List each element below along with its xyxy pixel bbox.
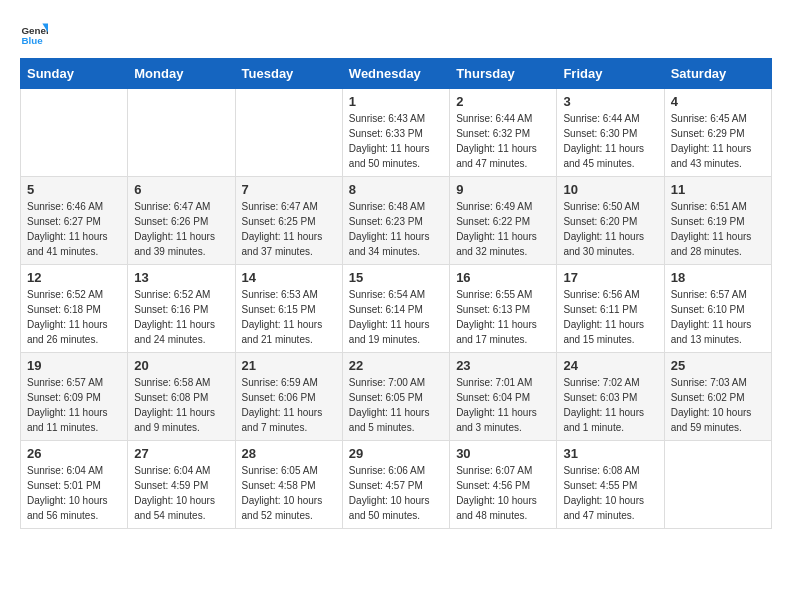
day-number: 8 [349,182,443,197]
day-number: 14 [242,270,336,285]
calendar-cell: 22Sunrise: 7:00 AM Sunset: 6:05 PM Dayli… [342,353,449,441]
calendar-cell: 5Sunrise: 6:46 AM Sunset: 6:27 PM Daylig… [21,177,128,265]
page-header: General Blue [20,20,772,48]
calendar-cell: 25Sunrise: 7:03 AM Sunset: 6:02 PM Dayli… [664,353,771,441]
weekday-monday: Monday [128,59,235,89]
day-number: 30 [456,446,550,461]
day-number: 13 [134,270,228,285]
day-number: 20 [134,358,228,373]
day-number: 7 [242,182,336,197]
day-number: 23 [456,358,550,373]
day-info: Sunrise: 6:50 AM Sunset: 6:20 PM Dayligh… [563,199,657,259]
day-info: Sunrise: 7:00 AM Sunset: 6:05 PM Dayligh… [349,375,443,435]
calendar-cell: 4Sunrise: 6:45 AM Sunset: 6:29 PM Daylig… [664,89,771,177]
day-number: 29 [349,446,443,461]
calendar-body: 1Sunrise: 6:43 AM Sunset: 6:33 PM Daylig… [21,89,772,529]
day-number: 17 [563,270,657,285]
day-info: Sunrise: 6:08 AM Sunset: 4:55 PM Dayligh… [563,463,657,523]
calendar-cell: 28Sunrise: 6:05 AM Sunset: 4:58 PM Dayli… [235,441,342,529]
calendar-cell: 26Sunrise: 6:04 AM Sunset: 5:01 PM Dayli… [21,441,128,529]
weekday-row: SundayMondayTuesdayWednesdayThursdayFrid… [21,59,772,89]
week-row-0: 1Sunrise: 6:43 AM Sunset: 6:33 PM Daylig… [21,89,772,177]
day-info: Sunrise: 6:59 AM Sunset: 6:06 PM Dayligh… [242,375,336,435]
day-number: 15 [349,270,443,285]
day-info: Sunrise: 7:01 AM Sunset: 6:04 PM Dayligh… [456,375,550,435]
day-info: Sunrise: 6:57 AM Sunset: 6:10 PM Dayligh… [671,287,765,347]
day-info: Sunrise: 6:47 AM Sunset: 6:26 PM Dayligh… [134,199,228,259]
day-info: Sunrise: 6:45 AM Sunset: 6:29 PM Dayligh… [671,111,765,171]
weekday-sunday: Sunday [21,59,128,89]
calendar-cell: 17Sunrise: 6:56 AM Sunset: 6:11 PM Dayli… [557,265,664,353]
logo: General Blue [20,20,52,48]
calendar-cell [664,441,771,529]
day-info: Sunrise: 6:06 AM Sunset: 4:57 PM Dayligh… [349,463,443,523]
weekday-tuesday: Tuesday [235,59,342,89]
day-number: 18 [671,270,765,285]
calendar-cell: 1Sunrise: 6:43 AM Sunset: 6:33 PM Daylig… [342,89,449,177]
day-info: Sunrise: 6:53 AM Sunset: 6:15 PM Dayligh… [242,287,336,347]
calendar-header: SundayMondayTuesdayWednesdayThursdayFrid… [21,59,772,89]
day-number: 24 [563,358,657,373]
day-number: 22 [349,358,443,373]
weekday-wednesday: Wednesday [342,59,449,89]
week-row-2: 12Sunrise: 6:52 AM Sunset: 6:18 PM Dayli… [21,265,772,353]
week-row-1: 5Sunrise: 6:46 AM Sunset: 6:27 PM Daylig… [21,177,772,265]
day-info: Sunrise: 6:46 AM Sunset: 6:27 PM Dayligh… [27,199,121,259]
calendar-cell: 14Sunrise: 6:53 AM Sunset: 6:15 PM Dayli… [235,265,342,353]
calendar-cell: 18Sunrise: 6:57 AM Sunset: 6:10 PM Dayli… [664,265,771,353]
day-number: 31 [563,446,657,461]
day-number: 19 [27,358,121,373]
day-info: Sunrise: 6:44 AM Sunset: 6:32 PM Dayligh… [456,111,550,171]
calendar-cell: 20Sunrise: 6:58 AM Sunset: 6:08 PM Dayli… [128,353,235,441]
weekday-thursday: Thursday [450,59,557,89]
day-number: 25 [671,358,765,373]
week-row-3: 19Sunrise: 6:57 AM Sunset: 6:09 PM Dayli… [21,353,772,441]
day-number: 27 [134,446,228,461]
calendar-cell: 6Sunrise: 6:47 AM Sunset: 6:26 PM Daylig… [128,177,235,265]
day-number: 3 [563,94,657,109]
day-info: Sunrise: 6:48 AM Sunset: 6:23 PM Dayligh… [349,199,443,259]
calendar-cell: 29Sunrise: 6:06 AM Sunset: 4:57 PM Dayli… [342,441,449,529]
day-number: 28 [242,446,336,461]
day-info: Sunrise: 6:04 AM Sunset: 4:59 PM Dayligh… [134,463,228,523]
day-number: 26 [27,446,121,461]
calendar-cell: 21Sunrise: 6:59 AM Sunset: 6:06 PM Dayli… [235,353,342,441]
logo-icon: General Blue [20,20,48,48]
calendar-cell: 19Sunrise: 6:57 AM Sunset: 6:09 PM Dayli… [21,353,128,441]
day-number: 5 [27,182,121,197]
day-info: Sunrise: 7:03 AM Sunset: 6:02 PM Dayligh… [671,375,765,435]
calendar-cell [21,89,128,177]
day-number: 4 [671,94,765,109]
day-info: Sunrise: 6:43 AM Sunset: 6:33 PM Dayligh… [349,111,443,171]
day-info: Sunrise: 6:07 AM Sunset: 4:56 PM Dayligh… [456,463,550,523]
day-info: Sunrise: 6:05 AM Sunset: 4:58 PM Dayligh… [242,463,336,523]
day-info: Sunrise: 6:49 AM Sunset: 6:22 PM Dayligh… [456,199,550,259]
calendar-cell: 12Sunrise: 6:52 AM Sunset: 6:18 PM Dayli… [21,265,128,353]
day-number: 11 [671,182,765,197]
weekday-saturday: Saturday [664,59,771,89]
weekday-friday: Friday [557,59,664,89]
calendar-cell: 8Sunrise: 6:48 AM Sunset: 6:23 PM Daylig… [342,177,449,265]
calendar-cell: 27Sunrise: 6:04 AM Sunset: 4:59 PM Dayli… [128,441,235,529]
day-number: 10 [563,182,657,197]
day-info: Sunrise: 6:04 AM Sunset: 5:01 PM Dayligh… [27,463,121,523]
calendar-cell: 9Sunrise: 6:49 AM Sunset: 6:22 PM Daylig… [450,177,557,265]
day-number: 2 [456,94,550,109]
day-info: Sunrise: 6:47 AM Sunset: 6:25 PM Dayligh… [242,199,336,259]
day-info: Sunrise: 6:52 AM Sunset: 6:18 PM Dayligh… [27,287,121,347]
calendar-cell: 30Sunrise: 6:07 AM Sunset: 4:56 PM Dayli… [450,441,557,529]
day-number: 16 [456,270,550,285]
calendar-cell: 16Sunrise: 6:55 AM Sunset: 6:13 PM Dayli… [450,265,557,353]
svg-text:Blue: Blue [21,35,43,46]
calendar-cell: 11Sunrise: 6:51 AM Sunset: 6:19 PM Dayli… [664,177,771,265]
day-number: 9 [456,182,550,197]
calendar-cell [128,89,235,177]
day-info: Sunrise: 6:44 AM Sunset: 6:30 PM Dayligh… [563,111,657,171]
day-info: Sunrise: 6:56 AM Sunset: 6:11 PM Dayligh… [563,287,657,347]
calendar-cell [235,89,342,177]
calendar-cell: 13Sunrise: 6:52 AM Sunset: 6:16 PM Dayli… [128,265,235,353]
calendar-cell: 7Sunrise: 6:47 AM Sunset: 6:25 PM Daylig… [235,177,342,265]
day-number: 6 [134,182,228,197]
calendar-cell: 31Sunrise: 6:08 AM Sunset: 4:55 PM Dayli… [557,441,664,529]
calendar-cell: 15Sunrise: 6:54 AM Sunset: 6:14 PM Dayli… [342,265,449,353]
